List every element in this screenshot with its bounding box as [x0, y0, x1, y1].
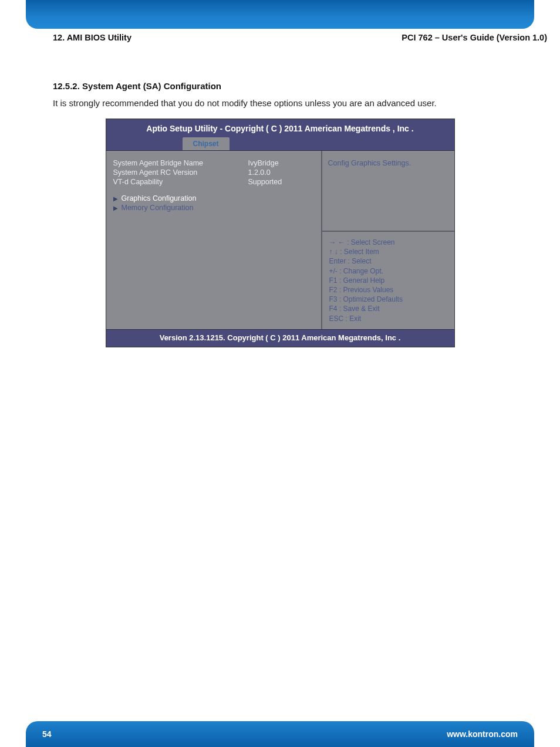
bios-left-pane: System Agent Bridge Name IvyBridge Syste…: [106, 151, 322, 329]
bios-submenu-list: ▶ Graphics Configuration ▶ Memory Config…: [113, 194, 315, 212]
help-line: ↑ ↓ : Select Item: [329, 247, 448, 256]
info-label: VT-d Capability: [113, 178, 248, 186]
info-row: System Agent Bridge Name IvyBridge: [113, 159, 315, 167]
footer-url: www.kontron.com: [447, 729, 518, 739]
help-line: F3 : Optimized Defaults: [329, 295, 448, 304]
submenu-label: Memory Configuration: [122, 204, 194, 212]
help-line: F2 : Previous Values: [329, 285, 448, 295]
info-row: VT-d Capability Supported: [113, 178, 315, 186]
help-line: F4 : Save & Exit: [329, 304, 448, 313]
bios-help-description: Config Graphics Settings.: [322, 151, 454, 232]
help-line: F1 : General Help: [329, 276, 448, 285]
info-value: IvyBridge: [248, 159, 279, 167]
page-top-bar: [26, 0, 534, 29]
page-header: 12. AMI BIOS Utility PCI 762 – User's Gu…: [53, 33, 547, 42]
page-number: 54: [42, 729, 52, 739]
bios-title: Aptio Setup Utility - Copyright ( C ) 20…: [106, 119, 454, 136]
bios-tab-chipset[interactable]: Chipset: [183, 137, 230, 150]
submenu-graphics-configuration[interactable]: ▶ Graphics Configuration: [113, 194, 315, 202]
info-label: System Agent RC Version: [113, 168, 248, 177]
section-body: It is strongly recommended that you do n…: [53, 98, 507, 108]
info-value: Supported: [248, 178, 282, 186]
page-bottom-bar: 54 www.kontron.com: [26, 721, 534, 747]
help-line: → ← : Select Screen: [329, 238, 448, 247]
submenu-memory-configuration[interactable]: ▶ Memory Configuration: [113, 204, 315, 212]
info-label: System Agent Bridge Name: [113, 159, 248, 167]
bios-tab-bar: Chipset: [106, 136, 454, 151]
header-right: PCI 762 – User's Guide (Version 1.0): [402, 33, 547, 42]
section-heading: 12.5.2. System Agent (SA) Configuration: [53, 81, 507, 91]
help-line: ESC : Exit: [329, 314, 448, 323]
header-left: 12. AMI BIOS Utility: [53, 33, 131, 42]
info-row: System Agent RC Version 1.2.0.0: [113, 168, 315, 177]
help-line: +/- : Change Opt.: [329, 266, 448, 276]
bios-right-pane: Config Graphics Settings. → ← : Select S…: [322, 151, 454, 329]
bios-footer: Version 2.13.1215. Copyright ( C ) 2011 …: [106, 329, 454, 347]
help-line: Enter : Select: [329, 256, 448, 266]
bios-key-legend: → ← : Select Screen ↑ ↓ : Select Item En…: [322, 232, 454, 329]
info-value: 1.2.0.0: [248, 168, 271, 177]
page-content: 12.5.2. System Agent (SA) Configuration …: [53, 81, 507, 347]
bios-screenshot: Aptio Setup Utility - Copyright ( C ) 20…: [106, 119, 455, 347]
submenu-label: Graphics Configuration: [122, 194, 197, 202]
triangle-right-icon: ▶: [113, 195, 122, 202]
triangle-right-icon: ▶: [113, 205, 122, 211]
